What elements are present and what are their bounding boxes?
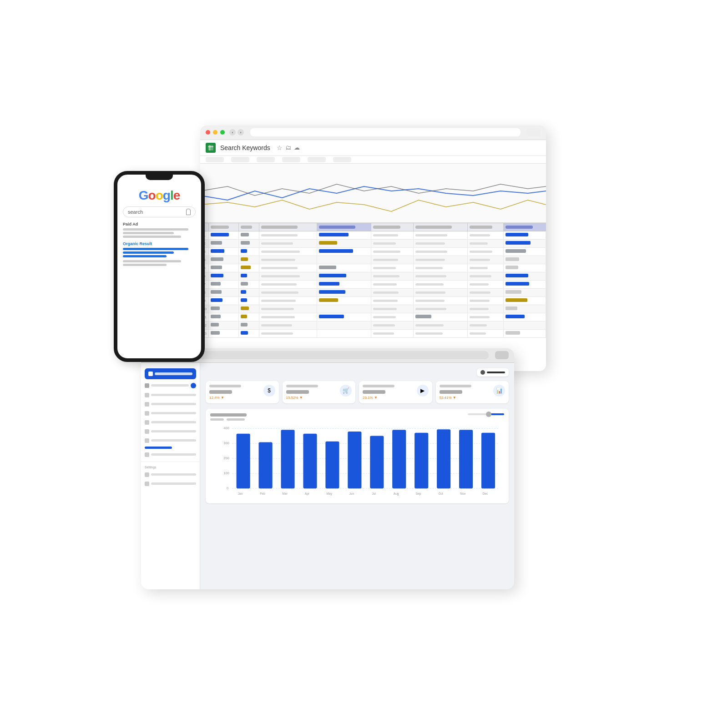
folder-icon[interactable]: 🗂 bbox=[285, 144, 291, 151]
menu-item[interactable] bbox=[231, 157, 249, 162]
cell bbox=[259, 329, 317, 337]
cell bbox=[317, 256, 371, 264]
dash-browser-actions bbox=[495, 351, 509, 359]
kpi-card-2: 15.52% ▼ 🛒 bbox=[283, 381, 356, 403]
sidebar-label bbox=[151, 421, 196, 423]
tl-green[interactable] bbox=[220, 130, 225, 135]
cell bbox=[259, 296, 317, 305]
menu-item[interactable] bbox=[257, 157, 275, 162]
cell bbox=[209, 272, 239, 280]
sidebar-item-settings[interactable] bbox=[141, 480, 200, 488]
cell bbox=[468, 313, 504, 321]
cell bbox=[468, 296, 504, 305]
cell bbox=[468, 256, 504, 264]
bar-apr bbox=[303, 433, 317, 488]
forward-button[interactable]: › bbox=[238, 129, 244, 136]
ad-line-3 bbox=[123, 236, 181, 238]
cell bbox=[209, 264, 239, 272]
settings-button[interactable] bbox=[477, 368, 509, 377]
sidebar-separator bbox=[141, 462, 200, 462]
bar-nov bbox=[459, 430, 473, 488]
menu-item[interactable] bbox=[282, 157, 300, 162]
th-col5 bbox=[371, 223, 414, 231]
back-button[interactable]: ‹ bbox=[229, 129, 236, 136]
user-icon bbox=[145, 411, 149, 416]
spreadsheet-table-container: 1 2 bbox=[200, 223, 546, 362]
sidebar-item-bookmark[interactable] bbox=[141, 427, 200, 436]
menu-item[interactable] bbox=[206, 157, 224, 162]
month-feb: Feb bbox=[260, 492, 265, 495]
star-icon[interactable]: ☆ bbox=[277, 144, 283, 151]
cell bbox=[504, 231, 546, 239]
cell bbox=[317, 239, 371, 247]
organic-line-3 bbox=[123, 255, 167, 257]
kpi-card-left-1: 12.4% ▼ bbox=[209, 385, 241, 400]
sidebar-item-folder[interactable] bbox=[141, 400, 200, 408]
kpi-icon-3: ▶ bbox=[420, 387, 425, 394]
cell bbox=[209, 305, 239, 313]
cell bbox=[209, 231, 239, 239]
dashboard-sidebar: Settings bbox=[141, 363, 200, 589]
cell bbox=[504, 280, 546, 288]
cloud-icon[interactable]: ☁ bbox=[294, 144, 300, 151]
edit-icon bbox=[145, 393, 149, 397]
organic-label: Organic Result bbox=[123, 241, 196, 246]
bar-chart-container: 400 300 200 100 0 bbox=[210, 424, 504, 499]
cell bbox=[209, 321, 239, 329]
kpi-card-left-3: 23.1% ▼ bbox=[363, 385, 394, 400]
cell bbox=[317, 305, 371, 313]
google-l: l bbox=[170, 188, 173, 202]
month-aug: Aug bbox=[394, 492, 399, 496]
table-row: 5 bbox=[201, 264, 546, 272]
kpi-value-2 bbox=[286, 390, 309, 394]
tl-yellow[interactable] bbox=[213, 130, 217, 135]
notification-badge bbox=[191, 383, 196, 388]
table-row: 4 bbox=[201, 256, 546, 264]
table-row: 2 bbox=[201, 239, 546, 247]
chart-sub-2 bbox=[227, 418, 245, 421]
sidebar-item-grid[interactable] bbox=[141, 451, 200, 459]
menu-item[interactable] bbox=[308, 157, 326, 162]
kpi-title-2 bbox=[286, 385, 318, 387]
sidebar-item-user[interactable] bbox=[141, 409, 200, 417]
sidebar-label bbox=[151, 384, 189, 387]
cell bbox=[317, 321, 371, 329]
tl-red[interactable] bbox=[206, 130, 210, 135]
dash-url-bar[interactable] bbox=[191, 351, 489, 359]
chart-slider-fill bbox=[490, 413, 504, 415]
cell bbox=[371, 231, 414, 239]
month-jul: Jul bbox=[372, 492, 376, 495]
cell bbox=[413, 272, 467, 280]
y-label-0: 0 bbox=[227, 486, 228, 490]
cell bbox=[209, 329, 239, 337]
kpi-title-4 bbox=[440, 385, 471, 387]
spreadsheet-browser: ‹ › Search Keywords ☆ 🗂 ☁ bbox=[200, 126, 546, 371]
cell bbox=[468, 305, 504, 313]
cell bbox=[468, 264, 504, 272]
dashboard-main: 12.4% ▼ $ 15.52% ▼ 🛒 bbox=[200, 363, 514, 589]
sidebar-item-message[interactable] bbox=[141, 437, 200, 445]
sidebar-item-home[interactable] bbox=[145, 368, 196, 379]
browser-url-bar[interactable] bbox=[250, 128, 521, 136]
y-label-200: 200 bbox=[223, 456, 229, 460]
account-icon bbox=[145, 472, 149, 477]
chart-section: 400 300 200 100 0 bbox=[206, 409, 509, 503]
th-col3 bbox=[259, 223, 317, 231]
sidebar-item-chart[interactable] bbox=[141, 418, 200, 427]
sidebar-item-list[interactable] bbox=[141, 381, 200, 390]
search-bar[interactable]: search bbox=[123, 206, 196, 217]
settings-dot-icon bbox=[480, 370, 485, 375]
sidebar-item-edit[interactable] bbox=[141, 391, 200, 399]
cell bbox=[468, 247, 504, 256]
cell bbox=[259, 321, 317, 329]
bar-aug bbox=[392, 430, 406, 488]
month-sep: Sep bbox=[416, 492, 421, 496]
cell bbox=[317, 288, 371, 296]
cell bbox=[371, 256, 414, 264]
menu-item[interactable] bbox=[333, 157, 351, 162]
cell bbox=[413, 305, 467, 313]
chart-slider[interactable] bbox=[468, 413, 504, 415]
chart-slider-thumb[interactable] bbox=[486, 412, 491, 417]
sidebar-item-account[interactable] bbox=[141, 471, 200, 479]
cell bbox=[209, 247, 239, 256]
